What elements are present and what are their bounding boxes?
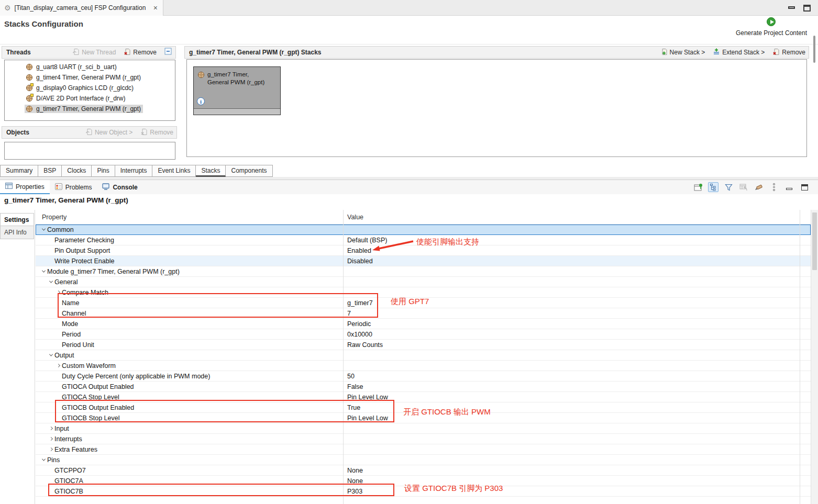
property-row[interactable]: Compare Match	[36, 287, 811, 298]
scrollbar-thumb[interactable]	[812, 212, 817, 270]
config-tab-components[interactable]: Components	[226, 165, 272, 177]
property-row[interactable]: GTCPPO7None	[36, 465, 811, 476]
chevron-expanded-icon[interactable]	[40, 458, 47, 461]
chevron-expanded-icon[interactable]	[47, 354, 54, 356]
threads-scrollbar-thumb[interactable]	[813, 36, 815, 63]
thread-item[interactable]: g_display0 Graphics LCD (r_glcdc)	[5, 83, 175, 93]
stack-module-gtimer7[interactable]: g_timer7 Timer, General PWM (r_gpt) i	[193, 66, 281, 115]
property-label: Module g_timer7 Timer, General PWM (r_gp…	[47, 268, 180, 275]
property-row[interactable]: ModePeriodic	[36, 319, 811, 329]
config-tab-event-links[interactable]: Event Links	[152, 165, 196, 177]
property-row[interactable]: Common	[36, 225, 811, 235]
property-label: GTIOCA Output Enabled	[62, 383, 134, 390]
property-row[interactable]: Module g_timer7 Timer, General PWM (r_gp…	[36, 266, 811, 277]
config-tab-summary[interactable]: Summary	[0, 165, 38, 177]
tab-api-info[interactable]: API Info	[0, 226, 34, 239]
remove-stack-button[interactable]: Remove	[772, 48, 805, 57]
property-row[interactable]: Pins	[36, 455, 811, 465]
view-tab-label: Properties	[16, 183, 45, 191]
property-row[interactable]: Pin Output SupportEnabled	[36, 245, 811, 256]
property-row[interactable]: Duty Cycle Percent (only applicable in P…	[36, 371, 811, 382]
properties-scrollbar[interactable]	[811, 210, 818, 504]
property-label: GTIOCB Stop Level	[62, 415, 119, 422]
filter-icon[interactable]	[723, 182, 734, 192]
new-object-button[interactable]: New Object >	[85, 128, 132, 137]
chevron-collapsed-icon[interactable]	[47, 438, 54, 440]
stack-module-label: g_timer7 Timer, General PWM (r_gpt)	[207, 71, 264, 86]
stacks-configuration-editor: Stacks Configuration Generate Project Co…	[0, 16, 818, 165]
property-row[interactable]: GTIOCB Stop LevelPin Level Low	[36, 413, 811, 423]
config-tab-bsp[interactable]: BSP	[38, 165, 62, 177]
property-row[interactable]: GTIOC7BP303	[36, 486, 811, 497]
chevron-expanded-icon[interactable]	[40, 228, 47, 231]
property-row[interactable]: Output	[36, 350, 811, 361]
column-divider[interactable]	[800, 210, 800, 504]
property-row[interactable]: Period UnitRaw Counts	[36, 340, 811, 350]
tab-title: [Titan_display_camera_ceu] FSP Configura…	[15, 4, 149, 12]
property-row[interactable]: GTIOCB Output EnabledTrue	[36, 402, 811, 413]
minimize-icon[interactable]	[788, 6, 795, 9]
property-row[interactable]: Extra Features	[36, 444, 811, 455]
edit-pen-icon[interactable]	[754, 182, 764, 192]
tree-view-icon[interactable]	[708, 182, 718, 192]
extend-stack-button[interactable]: Extend Stack >	[713, 48, 765, 57]
property-row[interactable]: Channel7	[36, 308, 811, 319]
divider	[0, 44, 818, 44]
property-row[interactable]: Interrupts	[36, 434, 811, 444]
property-row[interactable]: Parameter CheckingDefault (BSP)	[36, 235, 811, 245]
chevron-expanded-icon[interactable]	[47, 281, 54, 283]
tab-settings[interactable]: Settings	[0, 213, 34, 226]
config-tab-interrupts[interactable]: Interrupts	[115, 165, 153, 177]
thread-item[interactable]: D/AVE 2D Port Interface (r_drw)	[5, 93, 175, 104]
close-icon[interactable]: ×	[153, 4, 158, 12]
editor-tabbar: ⚙ [Titan_display_camera_ceu] FSP Configu…	[0, 0, 818, 16]
property-row[interactable]: GTIOC7ANone	[36, 476, 811, 486]
column-divider[interactable]	[343, 210, 344, 504]
config-tab-stacks[interactable]: Stacks	[196, 165, 226, 177]
info-icon[interactable]: i	[197, 97, 205, 105]
chevron-collapsed-icon[interactable]	[47, 448, 54, 451]
property-row[interactable]: Custom Waveform	[36, 361, 811, 371]
property-row[interactable]: Input	[36, 423, 811, 434]
thread-item-label: g_display0 Graphics LCD (r_glcdc)	[36, 84, 134, 92]
chevron-collapsed-icon[interactable]	[54, 291, 62, 294]
thread-item[interactable]: g_timer4 Timer, General PWM (r_gpt)	[5, 72, 175, 83]
property-row[interactable]: Period0x10000	[36, 329, 811, 340]
minimize-view-icon[interactable]	[784, 182, 794, 192]
property-value: True	[343, 402, 360, 412]
thread-item[interactable]: g_timer7 Timer, General PWM (r_gpt)	[5, 104, 175, 114]
property-row[interactable]: General	[36, 277, 811, 287]
new-stack-button[interactable]: New Stack >	[660, 48, 705, 57]
view-menu-icon[interactable]	[769, 182, 779, 192]
maximize-view-icon[interactable]	[799, 182, 810, 192]
config-tab-clocks[interactable]: Clocks	[62, 165, 92, 177]
property-row[interactable]: Write Protect EnableDisabled	[36, 256, 811, 266]
chevron-collapsed-icon[interactable]	[47, 427, 54, 430]
thread-item[interactable]: g_uart8 UART (r_sci_b_uart)	[5, 62, 175, 72]
view-tab-console[interactable]: Console	[97, 180, 142, 194]
property-row[interactable]: GTIOCA Stop LevelPin Level Low	[36, 392, 811, 402]
new-page-icon	[85, 128, 93, 137]
property-value: Pin Level Low	[343, 392, 388, 402]
property-value: 7	[343, 308, 351, 318]
chevron-expanded-icon[interactable]	[40, 270, 47, 273]
maximize-icon[interactable]	[803, 5, 811, 12]
collapse-all-icon[interactable]	[164, 48, 172, 57]
view-tab-problems[interactable]: Problems	[50, 180, 97, 194]
pin-view-icon[interactable]	[693, 182, 703, 192]
new-thread-button[interactable]: New Thread	[72, 48, 116, 57]
property-label: Channel	[62, 310, 86, 317]
property-label: Output	[54, 352, 74, 359]
property-row[interactable]: GTIOCA Output EnabledFalse	[36, 382, 811, 392]
config-tab-pins[interactable]: Pins	[92, 165, 115, 177]
view-tab-properties[interactable]: Properties	[0, 180, 50, 194]
chevron-collapsed-icon[interactable]	[54, 364, 62, 367]
fsp-configuration-tab[interactable]: ⚙ [Titan_display_camera_ceu] FSP Configu…	[0, 0, 163, 16]
property-row[interactable]: Nameg_timer7	[36, 298, 811, 308]
remove-object-button[interactable]: Remove	[140, 128, 173, 137]
remove-thread-button[interactable]: Remove	[124, 48, 157, 57]
restore-defaults-icon[interactable]	[738, 182, 749, 192]
objects-list	[4, 142, 175, 160]
generate-project-content-button[interactable]: Generate Project Content	[736, 17, 807, 37]
remove-page-icon	[124, 48, 131, 57]
